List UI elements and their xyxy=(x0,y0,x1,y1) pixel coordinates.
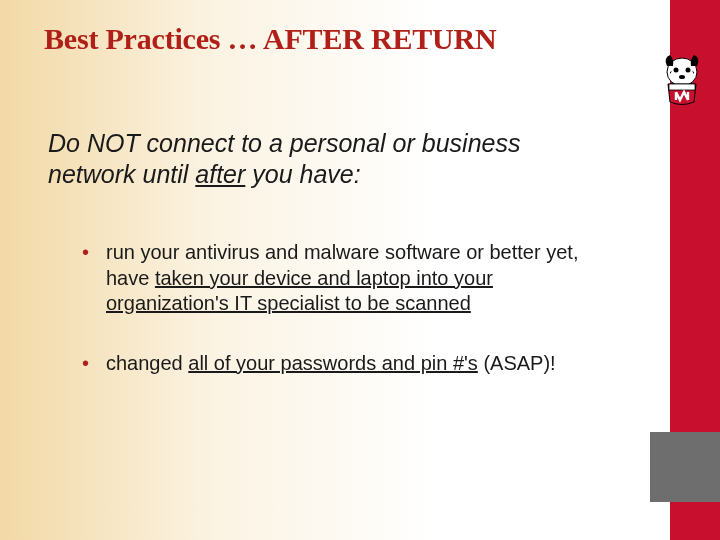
bullet-list: run your antivirus and malware software … xyxy=(78,240,618,410)
slide-title: Best Practices … AFTER RETURN xyxy=(44,22,496,56)
svg-point-3 xyxy=(679,75,685,79)
svg-point-1 xyxy=(674,68,679,73)
svg-point-2 xyxy=(686,68,691,73)
intro-text: Do NOT connect to a personal or business… xyxy=(48,128,568,189)
bullet-underlined: all of your passwords and pin #'s xyxy=(188,352,478,374)
bucky-badger-icon xyxy=(660,52,704,106)
list-item: run your antivirus and malware software … xyxy=(78,240,618,317)
slide: Best Practices … AFTER RETURN Do NOT con… xyxy=(0,0,720,540)
bullet-suffix: (ASAP)! xyxy=(478,352,556,374)
intro-underlined: after xyxy=(195,160,245,188)
bullet-underlined: taken your device and laptop into your o… xyxy=(106,267,493,315)
list-item: changed all of your passwords and pin #'… xyxy=(78,351,618,377)
bullet-prefix: changed xyxy=(106,352,188,374)
intro-suffix: you have: xyxy=(245,160,360,188)
accent-box xyxy=(650,432,720,502)
svg-rect-4 xyxy=(669,84,695,90)
